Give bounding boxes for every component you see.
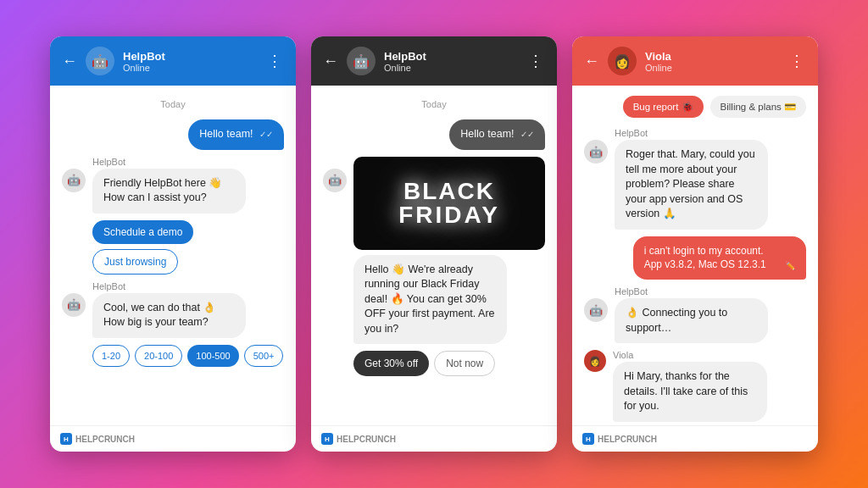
helpbot-avatar-2: 🤖 — [347, 47, 376, 75]
bot-avatar-3-1: 🤖 — [584, 140, 608, 164]
team-size-500plus[interactable]: 500+ — [244, 345, 284, 367]
date-label-1: Today — [62, 99, 284, 109]
panel-3-header: ← 👩 Viola Online ⋮ — [572, 36, 818, 86]
bot-bubble-3-2: 👌 Connecting you to support… — [615, 298, 768, 343]
helpcrunch-logo-3: H HELPCRUNCH — [582, 433, 657, 445]
quick-replies-2: 1-20 20-100 100-500 500+ — [92, 345, 284, 367]
helpcrunch-logo-2: H HELPCRUNCH — [321, 433, 396, 445]
bot-label-3-1: HelpBot — [615, 128, 806, 138]
bot-bubble-2: Cool, we can do that 👌 How big is your t… — [92, 293, 246, 338]
just-browsing-btn[interactable]: Just browsing — [92, 249, 178, 274]
bf-text: BLACK FRIDAY — [398, 180, 500, 227]
panel-2-header: ← 🤖 HelpBot Online ⋮ — [311, 36, 557, 86]
back-button-2[interactable]: ← — [323, 53, 338, 70]
sent-bubble-3: i can't login to my account. App v3.8.2,… — [633, 236, 806, 280]
bot-avatar-3-2: 🤖 — [584, 298, 608, 322]
bot-avatar-bf: 🤖 — [323, 169, 347, 192]
bot-content-2: HelpBot Cool, we can do that 👌 How big i… — [92, 281, 284, 367]
viola-row: 👩 Viola Hi Mary, thanks for the details.… — [584, 350, 806, 422]
panels-container: ← 🤖 HelpBot Online ⋮ Today Hello team! ✓… — [33, 19, 835, 469]
bot-bubble-1: Friendly HelpBot here 👋 How can I assist… — [92, 169, 246, 214]
back-button-1[interactable]: ← — [62, 53, 77, 70]
viola-label: Viola — [613, 350, 806, 360]
check-icon-2: ✓✓ — [520, 130, 534, 139]
not-now-btn[interactable]: Not now — [434, 351, 495, 376]
chat-body-3: Bug report 🐞 Billing & plans 💳 🤖 HelpBot… — [572, 86, 818, 425]
helpcrunch-icon-2: H — [321, 433, 333, 445]
get-30-off-btn[interactable]: Get 30% off — [353, 351, 429, 376]
more-menu-2[interactable]: ⋮ — [528, 52, 545, 70]
msg-row-sent-3: i can't login to my account. App v3.8.2,… — [584, 236, 806, 280]
more-menu-3[interactable]: ⋮ — [789, 52, 806, 70]
panel-3: ← 👩 Viola Online ⋮ Bug report 🐞 Billing … — [572, 36, 818, 452]
bot-bubble-bf: Hello 👋 We're already running our Black … — [353, 255, 507, 345]
bot-content-3-1: HelpBot Roger that. Mary, could you tell… — [615, 128, 806, 230]
helpbot-avatar-1: 🤖 — [86, 47, 114, 75]
team-size-100-500[interactable]: 100-500 — [187, 345, 238, 367]
bot-row-2: 🤖 HelpBot Cool, we can do that 👌 How big… — [62, 281, 284, 367]
header-info-3: Viola Online — [645, 50, 781, 73]
bot-name-1: HelpBot — [123, 50, 259, 63]
bot-avatar-1: 🤖 — [62, 169, 86, 192]
panel-1-header: ← 🤖 HelpBot Online ⋮ — [50, 36, 296, 86]
sent-bubble-2: Hello team! ✓✓ — [449, 119, 545, 150]
header-info-1: HelpBot Online — [123, 50, 259, 73]
msg-row-sent-2: Hello team! ✓✓ — [323, 119, 545, 150]
helpcrunch-icon-1: H — [60, 433, 72, 445]
agent-name-3: Viola — [645, 50, 781, 63]
chat-body-2: Today Hello team! ✓✓ 🤖 BLACK FRIDAY — [311, 86, 557, 425]
team-size-20-100[interactable]: 20-100 — [135, 345, 182, 367]
agent-status-3: Online — [645, 63, 781, 73]
bot-row-3-2: 🤖 HelpBot 👌 Connecting you to support… — [584, 286, 806, 343]
bot-bubble-3-1: Roger that. Mary, could you tell me more… — [615, 140, 768, 230]
bot-row-3-1: 🤖 HelpBot Roger that. Mary, could you te… — [584, 128, 806, 230]
bot-label-2: HelpBot — [92, 281, 284, 291]
date-label-2: Today — [323, 99, 545, 109]
sent-bubble-1: Hello team! ✓✓ — [188, 119, 284, 150]
panel-1: ← 🤖 HelpBot Online ⋮ Today Hello team! ✓… — [50, 36, 296, 452]
chat-body-1: Today Hello team! ✓✓ 🤖 HelpBot Friendly … — [50, 86, 296, 425]
bot-status-2: Online — [384, 63, 520, 73]
more-menu-1[interactable]: ⋮ — [267, 52, 284, 70]
quick-replies-1: Schedule a demo Just browsing — [92, 220, 284, 274]
bot-row-bf: 🤖 BLACK FRIDAY Hello 👋 We're already run… — [323, 157, 545, 377]
edit-icon-3: ✏️ — [785, 260, 795, 272]
header-info-2: HelpBot Online — [384, 50, 520, 73]
panel-2-footer: H HELPCRUNCH — [311, 425, 557, 452]
bot-name-2: HelpBot — [384, 50, 520, 63]
black-friday-image: BLACK FRIDAY — [353, 157, 545, 250]
bot-content-bf: BLACK FRIDAY Hello 👋 We're already runni… — [353, 157, 545, 377]
bot-content-1: HelpBot Friendly HelpBot here 👋 How can … — [92, 157, 284, 274]
bot-row-1: 🤖 HelpBot Friendly HelpBot here 👋 How ca… — [62, 157, 284, 274]
panel-1-footer: H HELPCRUNCH — [50, 425, 296, 452]
viola-bubble: Hi Mary, thanks for the details. I'll ta… — [613, 362, 767, 422]
quick-replies-bf: Get 30% off Not now — [353, 351, 545, 376]
back-button-3[interactable]: ← — [584, 53, 599, 70]
bug-report-tag[interactable]: Bug report 🐞 — [623, 96, 704, 118]
bot-status-1: Online — [123, 63, 259, 73]
viola-avatar-header: 👩 — [608, 47, 637, 75]
team-size-1-20[interactable]: 1-20 — [92, 345, 130, 367]
billing-plans-tag[interactable]: Billing & plans 💳 — [710, 96, 806, 118]
bot-label-1: HelpBot — [92, 157, 284, 167]
bot-avatar-2: 🤖 — [62, 293, 86, 317]
helpcrunch-icon-3: H — [582, 433, 594, 445]
tag-row: Bug report 🐞 Billing & plans 💳 — [584, 96, 806, 118]
check-icon-1: ✓✓ — [259, 130, 273, 139]
viola-avatar: 👩 — [584, 350, 606, 372]
panel-2: ← 🤖 HelpBot Online ⋮ Today Hello team! ✓… — [311, 36, 557, 452]
schedule-demo-btn[interactable]: Schedule a demo — [92, 220, 193, 244]
bot-label-3-2: HelpBot — [615, 286, 806, 297]
helpcrunch-logo-1: H HELPCRUNCH — [60, 433, 135, 445]
viola-content: Viola Hi Mary, thanks for the details. I… — [613, 350, 806, 422]
msg-row-sent-1: Hello team! ✓✓ — [62, 119, 284, 150]
panel-3-footer: H HELPCRUNCH — [572, 425, 818, 452]
bot-content-3-2: HelpBot 👌 Connecting you to support… — [615, 286, 806, 343]
